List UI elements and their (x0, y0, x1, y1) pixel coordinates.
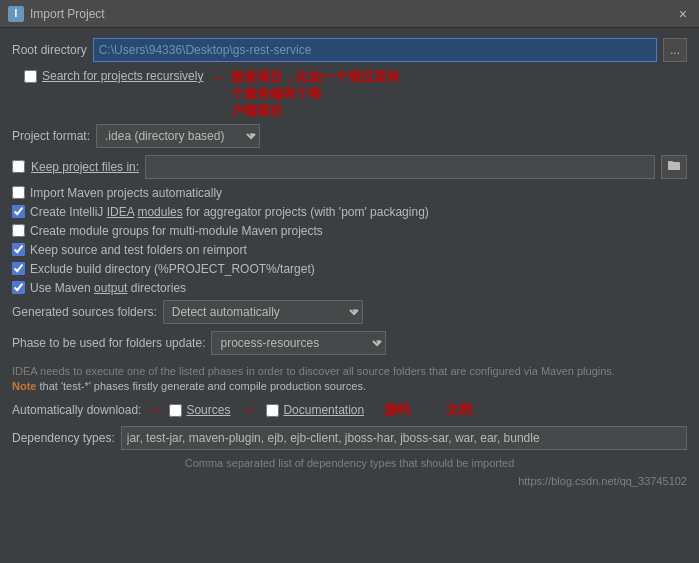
generated-sources-label: Generated sources folders: (12, 305, 157, 319)
info-line2: Note that 'test-*' phases firstly genera… (12, 379, 687, 394)
note-text: that 'test-*' phases firstly generate an… (40, 380, 366, 392)
root-directory-input[interactable] (93, 38, 657, 62)
phase-row: Phase to be used for folders update: pro… (12, 331, 687, 355)
import-maven-checkbox[interactable] (12, 186, 25, 199)
exclude-build-checkbox[interactable] (12, 262, 25, 275)
use-maven-output-checkbox[interactable] (12, 281, 25, 294)
project-format-label: Project format: (12, 129, 90, 143)
root-directory-label: Root directory (12, 43, 87, 57)
annotation-red-sources: 源码 (384, 401, 410, 419)
note-label: Note (12, 380, 36, 392)
search-recursively-checkbox[interactable]: Search for projects recursively (24, 69, 203, 83)
checkbox-keep-source-folders: Keep source and test folders on reimport (12, 243, 687, 257)
search-recursively-label: Search for projects recursively (42, 69, 203, 83)
checkbox-import-maven: Import Maven projects automatically (12, 186, 687, 200)
keep-source-label: Keep source and test folders on reimport (30, 243, 247, 257)
documentation-label: Documentation (283, 403, 364, 417)
create-modules-checkbox[interactable] (12, 205, 25, 218)
exclude-build-label: Exclude build directory (%PROJECT_ROOT%/… (30, 262, 315, 276)
phase-label: Phase to be used for folders update: (12, 336, 205, 350)
sources-label: Sources (186, 403, 230, 417)
keep-project-files-input[interactable] (145, 155, 655, 179)
folder-icon (668, 159, 680, 171)
close-button[interactable]: × (675, 6, 691, 22)
info-line1: IDEA needs to execute one of the listed … (12, 364, 687, 379)
keep-project-files-row: Keep project files in: (12, 155, 687, 179)
dependency-types-label: Dependency types: (12, 431, 115, 445)
annotation-red-docs: 文档 (446, 401, 472, 419)
dialog-icon: I (8, 6, 24, 22)
create-groups-label: Create module groups for multi-module Ma… (30, 224, 323, 238)
use-maven-output-label: Use Maven output directories (30, 281, 186, 295)
auto-download-row: Automatically download: ← Sources ← Docu… (12, 401, 687, 419)
sources-checkbox[interactable] (169, 404, 182, 417)
chinese-annotation: 嵌套项目，比如一个项目里有个服务端有个客户端项目 (231, 69, 411, 120)
project-format-row: Project format: .idea (directory based) … (12, 124, 687, 148)
import-maven-label: Import Maven projects automatically (30, 186, 222, 200)
generated-sources-select[interactable]: Detect automatically Generated sources d… (163, 300, 363, 324)
keep-project-files-label: Keep project files in: (31, 160, 139, 174)
root-directory-browse-button[interactable]: ... (663, 38, 687, 62)
checkbox-create-idea-modules: Create IntelliJ IDEA modules for aggrega… (12, 205, 687, 219)
keep-source-checkbox[interactable] (12, 243, 25, 256)
bottom-url: https://blog.csdn.net/qq_33745102 (12, 475, 687, 487)
create-groups-checkbox[interactable] (12, 224, 25, 237)
svg-rect-1 (668, 161, 673, 164)
documentation-checkbox[interactable] (266, 404, 279, 417)
create-modules-label: Create IntelliJ IDEA modules for aggrega… (30, 205, 429, 219)
keep-project-files-checkbox[interactable] (12, 160, 25, 173)
root-directory-row: Root directory ... (12, 38, 687, 62)
red-arrow-docs: ← (242, 401, 258, 419)
red-arrow-sources: ← (149, 401, 165, 419)
dependency-types-hint: Comma separated list of dependency types… (12, 457, 687, 469)
red-arrow-annotation: ← (211, 70, 227, 88)
auto-download-label: Automatically download: (12, 403, 141, 417)
title-bar: I Import Project × (0, 0, 699, 28)
keep-project-files-browse-button[interactable] (661, 155, 687, 179)
dependency-types-input[interactable] (121, 426, 687, 450)
checkbox-use-maven-output: Use Maven output directories (12, 281, 687, 295)
dependency-types-row: Dependency types: (12, 426, 687, 450)
checkbox-create-module-groups: Create module groups for multi-module Ma… (12, 224, 687, 238)
project-format-select[interactable]: .idea (directory based) Eclipse Maven (96, 124, 260, 148)
info-box: IDEA needs to execute one of the listed … (12, 362, 687, 397)
dialog-title: Import Project (30, 7, 105, 21)
checkbox-exclude-build: Exclude build directory (%PROJECT_ROOT%/… (12, 262, 687, 276)
generated-sources-row: Generated sources folders: Detect automa… (12, 300, 687, 324)
phase-select[interactable]: process-resources generate-sources gener… (211, 331, 386, 355)
